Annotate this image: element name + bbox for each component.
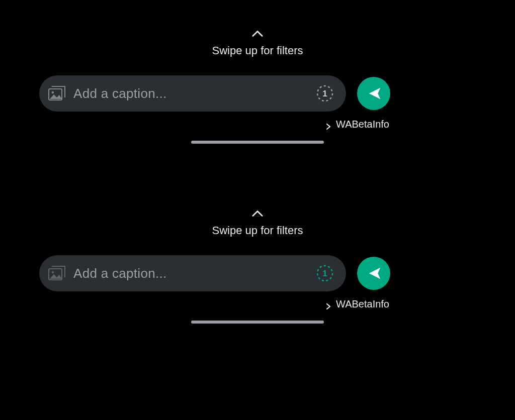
home-gesture-bar	[191, 141, 324, 144]
chevron-up-icon	[252, 210, 263, 217]
swipe-up-label: Swipe up for filters	[212, 224, 303, 237]
chevron-up-icon	[252, 30, 263, 37]
gallery-icon[interactable]	[48, 86, 65, 101]
composer-row: 1	[0, 75, 515, 112]
composer-panel-bottom: Swipe up for filters WABETAINFO 1	[0, 210, 515, 324]
composer-row-anchor: WABETAINFO 1	[0, 75, 515, 112]
composer-row-anchor: WABETAINFO 1	[0, 255, 515, 291]
caption-pill[interactable]: 1	[39, 255, 346, 291]
composer-panel-top: Swipe up for filters WABETAINFO 1	[0, 30, 515, 144]
swipe-up-label: Swipe up for filters	[212, 44, 303, 57]
composer-row: 1	[0, 255, 515, 291]
svg-point-5	[52, 271, 54, 273]
send-button[interactable]	[357, 77, 390, 110]
recipient-label: WABetaInfo	[336, 298, 389, 310]
chevron-right-icon	[325, 121, 332, 128]
swipe-up-hint[interactable]: Swipe up for filters	[0, 30, 515, 57]
send-button[interactable]	[357, 257, 390, 290]
caption-pill[interactable]: 1	[39, 75, 346, 112]
recipient-label: WABetaInfo	[336, 119, 389, 130]
recipient-chip[interactable]: WABetaInfo	[325, 298, 389, 310]
view-once-toggle[interactable]: 1	[315, 83, 335, 103]
home-gesture-bar	[191, 321, 324, 324]
svg-text:1: 1	[322, 269, 327, 278]
caption-input[interactable]	[72, 265, 311, 282]
swipe-up-hint[interactable]: Swipe up for filters	[0, 210, 515, 237]
chevron-right-icon	[325, 301, 332, 308]
caption-input[interactable]	[72, 85, 311, 102]
screenshot-stage: Swipe up for filters WABETAINFO 1	[0, 0, 515, 420]
svg-text:1: 1	[322, 89, 327, 98]
gallery-icon[interactable]	[48, 266, 65, 281]
recipient-chip[interactable]: WABetaInfo	[325, 119, 389, 130]
view-once-toggle[interactable]: 1	[315, 263, 335, 283]
svg-point-1	[52, 91, 54, 93]
